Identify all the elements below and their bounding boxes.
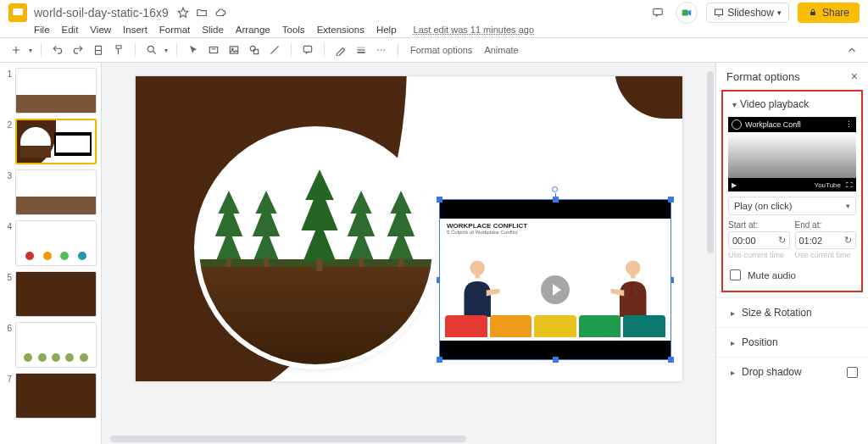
resize-handle[interactable] (668, 357, 674, 363)
menu-file[interactable]: File (34, 25, 50, 35)
refresh-icon[interactable]: ↻ (778, 235, 786, 246)
new-slide-button[interactable] (8, 42, 24, 58)
slide-canvas-area[interactable]: WORKPLACE CONFLICT 5 Culprits of Workpla… (102, 63, 715, 444)
zoom-button[interactable] (144, 42, 159, 58)
print-button[interactable] (91, 42, 106, 58)
preview-more-icon[interactable]: ⋮ (845, 120, 853, 129)
slide-thumbnail-3[interactable] (15, 169, 97, 215)
end-hint[interactable]: Use current time (795, 251, 857, 259)
menu-extensions[interactable]: Extensions (317, 25, 364, 35)
video-preview[interactable]: Workplace Confl ⋮ ▶ YouTube ⛶ (728, 117, 856, 191)
resize-handle[interactable] (668, 197, 674, 203)
resize-handle[interactable] (437, 197, 442, 203)
video-playback-section-header[interactable]: ▾ Video playback (728, 95, 856, 114)
svg-point-11 (250, 46, 255, 51)
shape-tool[interactable] (247, 42, 262, 58)
position-section[interactable]: ▸ Position (716, 327, 868, 357)
end-time-value: 01:02 (799, 236, 823, 246)
animate-button[interactable]: Animate (481, 45, 521, 55)
image-tool[interactable] (226, 42, 242, 58)
zoom-dropdown-icon[interactable]: ▾ (164, 47, 168, 54)
menu-format[interactable]: Format (159, 25, 190, 35)
border-dash-button[interactable] (374, 42, 389, 58)
format-options-panel: Format options × ▾ Video playback Workpl… (715, 63, 868, 444)
border-weight-button[interactable] (353, 42, 369, 58)
youtube-brand: YouTube (815, 181, 841, 189)
resize-handle[interactable] (437, 357, 442, 363)
thumb-number: 6 (3, 322, 12, 333)
start-time-input[interactable]: 00:00 ↻ (728, 231, 790, 249)
thumb-number: 3 (3, 169, 12, 180)
mute-audio-checkbox[interactable] (730, 269, 741, 280)
canvas-horizontal-scrollbar[interactable] (110, 436, 704, 442)
resize-handle[interactable] (553, 357, 559, 363)
slides-logo-icon[interactable] (8, 3, 27, 22)
svg-rect-8 (209, 47, 217, 53)
drop-shadow-checkbox[interactable] (847, 367, 858, 378)
cloud-status-icon[interactable] (214, 7, 226, 19)
hide-menus-button[interactable] (844, 42, 860, 58)
refresh-icon[interactable]: ↻ (844, 235, 852, 246)
move-folder-icon[interactable] (196, 7, 208, 19)
mute-audio-row[interactable]: Mute audio (728, 266, 856, 284)
slide-thumbnail-1[interactable] (15, 68, 97, 114)
svg-point-7 (147, 46, 153, 52)
canvas-vertical-scrollbar[interactable] (707, 71, 714, 436)
rotate-handle[interactable] (552, 186, 558, 192)
paint-format-button[interactable] (111, 42, 126, 58)
slide-thumbnail-4[interactable] (15, 220, 97, 266)
svg-rect-6 (96, 51, 102, 55)
preview-play-icon[interactable]: ▶ (732, 181, 737, 189)
selected-video-object[interactable]: WORKPLACE CONFLICT 5 Culprits of Workpla… (439, 199, 671, 360)
close-panel-icon[interactable]: × (851, 69, 858, 83)
slideshow-button[interactable]: Slideshow ▾ (706, 3, 789, 23)
last-edit-text[interactable]: Last edit was 11 minutes ago (414, 25, 534, 35)
start-hint[interactable]: Use current time (728, 251, 790, 259)
slide-thumbnail-7[interactable] (15, 373, 97, 419)
svg-marker-3 (688, 10, 692, 16)
play-icon[interactable] (541, 275, 570, 304)
menu-edit[interactable]: Edit (62, 25, 79, 35)
preview-title: Workplace Confl (745, 120, 801, 129)
menu-insert[interactable]: Insert (123, 25, 147, 35)
menu-view[interactable]: View (90, 25, 111, 35)
meet-icon[interactable] (676, 2, 698, 24)
video-subtitle: 5 Culprits of Workplace Conflict (447, 230, 664, 235)
resize-handle[interactable] (553, 197, 559, 203)
menu-arrange[interactable]: Arrange (236, 25, 270, 35)
fullscreen-icon[interactable]: ⛶ (846, 181, 853, 189)
person-illustration (455, 258, 503, 317)
svg-rect-25 (476, 273, 480, 279)
slide-thumbnail-5[interactable] (15, 271, 97, 317)
comment-history-icon[interactable] (652, 7, 664, 19)
share-button[interactable]: Share (798, 3, 860, 23)
end-time-input[interactable]: 01:02 ↻ (795, 231, 857, 249)
menu-slide[interactable]: Slide (202, 25, 224, 35)
new-slide-dropdown-icon[interactable]: ▾ (29, 47, 32, 54)
menu-help[interactable]: Help (376, 25, 397, 35)
format-options-button[interactable]: Format options (407, 45, 476, 55)
slide-thumbnail-6[interactable] (15, 322, 97, 368)
slide-thumbnail-2[interactable] (15, 119, 97, 164)
comment-button[interactable] (300, 42, 315, 58)
border-color-button[interactable] (333, 42, 348, 58)
undo-button[interactable] (50, 42, 65, 58)
menu-tools[interactable]: Tools (282, 25, 305, 35)
menu-bar: File Edit View Insert Format Slide Arran… (0, 22, 868, 37)
textbox-tool[interactable] (206, 42, 221, 58)
line-tool[interactable] (267, 42, 282, 58)
svg-rect-13 (303, 46, 311, 52)
star-icon[interactable] (177, 7, 189, 19)
slide-canvas[interactable]: WORKPLACE CONFLICT 5 Culprits of Workpla… (136, 76, 682, 381)
slide-thumbnail-panel[interactable]: 1 2 3 4 5 6 7 (0, 63, 102, 444)
svg-rect-2 (682, 10, 688, 16)
slideshow-dropdown-icon[interactable]: ▾ (777, 8, 782, 17)
drop-shadow-section[interactable]: ▸ Drop shadow (716, 357, 868, 386)
select-tool[interactable] (186, 42, 201, 58)
document-title[interactable]: world-soil-day-static-16x9 (34, 6, 169, 19)
size-rotation-section[interactable]: ▸ Size & Rotation (716, 297, 868, 327)
start-time-value: 00:00 (732, 236, 756, 246)
redo-button[interactable] (70, 42, 86, 58)
size-rotation-label: Size & Rotation (742, 307, 812, 319)
play-mode-select[interactable]: Play (on click) ▾ (728, 197, 856, 215)
